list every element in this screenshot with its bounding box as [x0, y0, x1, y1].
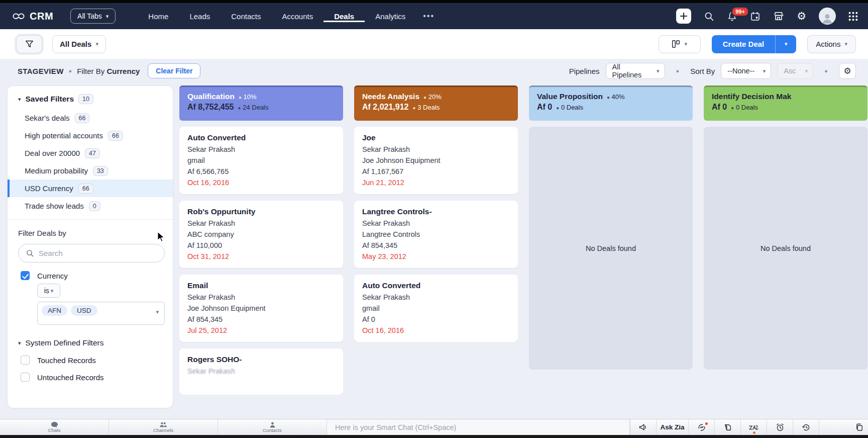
pipelines-dropdown[interactable]: All Pipelines ▾	[606, 63, 665, 79]
stage-settings-gear-icon[interactable]: ⚙	[839, 63, 856, 79]
currency-chip-usd[interactable]: USD	[71, 305, 97, 316]
saved-filters-header[interactable]: ▾ Saved Filters 10	[8, 94, 173, 104]
announcements-megaphone-icon[interactable]	[630, 419, 656, 435]
top-navigation-bar: CRM All Tabs ▾ Home Leads Contacts Accou…	[0, 3, 868, 29]
sort-by-value: --None--	[727, 67, 754, 75]
dot-separator: ●	[69, 68, 72, 74]
touched-records-row[interactable]: Touched Records	[8, 356, 173, 365]
deal-card[interactable]: Joe Sekar Prakash Joe Johnson Equipment …	[354, 127, 518, 194]
marketplace-icon[interactable]	[773, 11, 784, 22]
deal-card[interactable]: Auto Converted Sekar Prakash gmail Af 6,…	[179, 127, 343, 194]
collapse-caret-icon: ▾	[18, 340, 21, 346]
filter-item-label: Trade show leads	[25, 202, 84, 210]
stage-header[interactable]: Needs Analysis ● 20% Af 2,021,912 ● 3 De…	[354, 85, 518, 121]
deal-close-date: Oct 31, 2012	[187, 251, 335, 262]
deal-amount: Af 0	[362, 314, 510, 325]
search-icon[interactable]	[704, 11, 714, 22]
currency-multiselect[interactable]: AFN USD ▾	[37, 302, 165, 325]
stage-name: Qualification	[187, 92, 235, 101]
saved-filter-item[interactable]: Trade show leads 0	[8, 197, 173, 215]
zia-insights-icon[interactable]	[688, 419, 714, 435]
filter-item-count: 47	[85, 148, 100, 158]
view-type-selector[interactable]: ▾	[659, 35, 701, 53]
stage-header[interactable]: Value Proposition ● 40% Af 0 ● 0 Deals	[529, 85, 693, 121]
deal-card[interactable]: Auto Converted Sekar Prakash gmail Af 0 …	[354, 275, 518, 342]
filter-search-box[interactable]	[18, 244, 165, 262]
untouched-records-row[interactable]: Untouched Records	[8, 373, 173, 382]
deal-title: Auto Converted	[187, 132, 335, 143]
sort-by-dropdown[interactable]: --None-- ▾	[721, 63, 771, 79]
saved-filter-item[interactable]: High potential accounts 66	[8, 127, 173, 144]
stage-name: Value Proposition	[537, 92, 603, 101]
deal-card-partial[interactable]: Rogers SOHO- Sekar Prakash	[179, 348, 343, 395]
nav-tab-accounts[interactable]: Accounts	[271, 11, 323, 22]
contacts-tab[interactable]: Contacts	[218, 419, 327, 435]
deal-owner: Sekar Prakash	[362, 144, 510, 155]
deal-card[interactable]: Langtree Controls- Sekar Prakash Langtre…	[354, 201, 518, 268]
history-icon[interactable]	[793, 419, 819, 435]
stage-header[interactable]: Qualification ● 10% Af 8,752,455 ● 24 De…	[179, 85, 343, 121]
sticky-note-tag-icon[interactable]	[714, 419, 740, 435]
quick-create-button[interactable]	[676, 9, 691, 24]
actions-dropdown[interactable]: Actions ▾	[807, 35, 856, 53]
app-grid-icon[interactable]	[848, 12, 858, 21]
sort-direction-dropdown[interactable]: Asc ▾	[777, 63, 813, 79]
nav-tab-analytics[interactable]: Analytics	[365, 11, 416, 22]
calendar-icon[interactable]	[750, 11, 761, 22]
reminders-alarm-icon[interactable]	[767, 419, 793, 435]
filter-by-value: Currency	[106, 67, 140, 75]
system-defined-filters-header[interactable]: ▾ System Defined Filters	[8, 338, 173, 347]
currency-checkbox[interactable]	[21, 271, 30, 280]
create-deal-button[interactable]: Create Deal	[712, 35, 776, 53]
red-dot-badge	[705, 422, 708, 425]
zia-signature-icon[interactable]	[740, 419, 767, 435]
deal-card[interactable]: Rob's Oppurtunity Sekar Prakash ABC comp…	[179, 201, 343, 268]
deal-title: Langtree Controls-	[362, 206, 510, 217]
currency-filter-row[interactable]: Currency	[8, 271, 173, 280]
currency-chip-afn[interactable]: AFN	[42, 305, 67, 316]
chevron-down-icon: ▾	[95, 41, 98, 47]
dot-separator: ●	[824, 68, 828, 74]
clipboard-copy-icon[interactable]	[819, 419, 868, 435]
sort-direction-value: Asc	[784, 67, 796, 75]
saved-filter-item[interactable]: Sekar's deals 66	[8, 109, 173, 127]
saved-filter-item[interactable]: Medium probability 33	[8, 162, 173, 180]
touched-records-checkbox[interactable]	[21, 356, 30, 365]
crm-brand: CRM	[12, 10, 53, 23]
untouched-records-label: Untouched Records	[37, 373, 104, 382]
no-deals-text: No Deals found	[761, 244, 811, 252]
deal-card[interactable]: Email Sekar Prakash Joe Johnson Equipmen…	[179, 275, 343, 342]
nav-tab-contacts[interactable]: Contacts	[221, 11, 271, 22]
ask-zia-button[interactable]: Ask Zia	[656, 419, 688, 435]
clear-filter-button[interactable]: Clear Filter	[148, 63, 200, 78]
all-tabs-dropdown[interactable]: All Tabs ▾	[70, 9, 116, 24]
notifications-bell-icon[interactable]: 99+	[727, 11, 737, 22]
deal-amount: Af 110,000	[187, 240, 335, 251]
user-avatar[interactable]	[819, 8, 836, 25]
more-tabs-icon[interactable]: •••	[416, 11, 442, 22]
nav-tab-home[interactable]: Home	[138, 11, 179, 22]
currency-operator-dropdown[interactable]: is ▾	[37, 284, 60, 298]
desktop-bottom-strip	[0, 435, 868, 438]
saved-filter-item[interactable]: Deal over 20000 47	[8, 144, 173, 162]
search-input[interactable]	[39, 249, 157, 257]
saved-filters-label: Saved Filters	[26, 95, 74, 104]
untouched-records-checkbox[interactable]	[21, 373, 30, 382]
settings-gear-icon[interactable]: ⚙	[797, 10, 806, 22]
deals-view-dropdown[interactable]: All Deals ▾	[52, 35, 106, 53]
touched-records-label: Touched Records	[37, 356, 96, 365]
chats-tab[interactable]: Chats	[0, 419, 109, 435]
sort-by-label: Sort By	[690, 67, 715, 75]
pipelines-value: All Pipelines	[612, 63, 652, 79]
nav-tab-deals[interactable]: Deals	[323, 11, 365, 22]
create-deal-dropdown-arrow[interactable]: ▾	[776, 35, 796, 53]
channels-tab[interactable]: Channels	[109, 419, 218, 435]
saved-filter-item-selected[interactable]: USD Currency 66	[8, 180, 173, 197]
filter-funnel-button[interactable]	[16, 35, 42, 53]
nav-tab-leads[interactable]: Leads	[179, 11, 221, 22]
stage-column-value-proposition: Value Proposition ● 40% Af 0 ● 0 Deals N…	[529, 85, 693, 419]
stage-deal-count: 0 Deals	[561, 104, 583, 111]
stage-header[interactable]: Identify Decision Mak Af 0 ● 0 Deals	[704, 85, 867, 121]
smart-chat-input[interactable]: Here is your Smart Chat (Ctrl+Space)	[327, 419, 630, 435]
filter-item-count: 66	[108, 131, 123, 141]
